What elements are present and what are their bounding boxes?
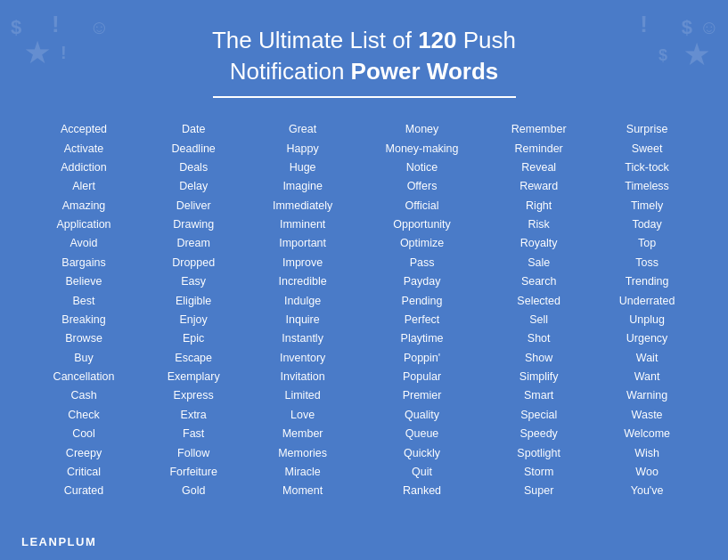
word-item: Payday xyxy=(404,273,441,290)
word-item: Check xyxy=(68,407,99,424)
word-item: Improve xyxy=(282,255,323,272)
word-item: Timely xyxy=(631,198,663,215)
word-item: Activate xyxy=(64,141,103,158)
word-item: Storm xyxy=(524,464,553,481)
word-item: Fast xyxy=(183,426,204,442)
word-column-2: DateDeadlineDealsDelayDeliverDrawingDrea… xyxy=(168,121,220,500)
word-item: Follow xyxy=(177,445,209,462)
word-item: Dropped xyxy=(172,255,215,272)
word-item: Enjoy xyxy=(180,312,208,329)
word-item: Speedy xyxy=(519,426,557,442)
word-item: Toss xyxy=(635,255,658,272)
word-item: Addiction xyxy=(61,159,106,176)
word-item: Money-making xyxy=(386,141,459,158)
word-item: Extra xyxy=(181,407,207,424)
word-item: Money xyxy=(405,121,439,138)
word-item: Happy xyxy=(287,141,319,158)
word-item: Playtime xyxy=(401,330,444,347)
word-item: Avoid xyxy=(70,235,97,252)
word-item: Optimize xyxy=(400,235,444,252)
word-item: Gold xyxy=(182,483,205,499)
word-item: Waste xyxy=(632,407,663,424)
word-item: Trending xyxy=(626,273,669,290)
word-item: Imagine xyxy=(282,178,322,195)
word-column-4: MoneyMoney-makingNoticeOffersOfficialOpp… xyxy=(386,121,459,500)
word-item: Quit xyxy=(412,464,432,481)
word-item: Timeless xyxy=(625,178,669,195)
word-item: Woo xyxy=(635,464,658,481)
word-item: Tick-tock xyxy=(625,159,669,176)
word-item: Royalty xyxy=(520,235,558,252)
word-item: You've xyxy=(631,483,664,499)
word-item: Super xyxy=(524,483,553,499)
word-item: Believe xyxy=(66,273,102,290)
word-item: Application xyxy=(56,216,110,233)
word-item: Surprise xyxy=(626,121,668,138)
word-item: Escape xyxy=(175,350,212,367)
word-item: Spotlight xyxy=(517,445,560,462)
word-item: Search xyxy=(521,273,557,290)
word-item: Memories xyxy=(278,445,327,462)
footer: LEANPLUM xyxy=(21,533,96,549)
word-item: Risk xyxy=(528,216,550,233)
header-divider xyxy=(213,96,516,98)
word-item: Breaking xyxy=(61,312,105,329)
word-item: Cash xyxy=(70,387,96,404)
brand-logo: LEANPLUM xyxy=(21,535,96,548)
word-item: Indulge xyxy=(284,293,321,310)
word-item: Right xyxy=(526,198,552,215)
word-item: Sweet xyxy=(632,141,663,158)
word-item: Underrated xyxy=(619,293,675,310)
word-item: Reminder xyxy=(515,141,563,158)
word-item: Member xyxy=(282,426,323,442)
word-item: Quality xyxy=(405,407,439,424)
page-header: The Ultimate List of 120 PushNotificatio… xyxy=(0,0,728,114)
word-item: Cool xyxy=(72,426,95,442)
word-item: Selected xyxy=(517,293,560,310)
word-item: Cancellation xyxy=(53,369,115,386)
word-item: Reveal xyxy=(521,159,556,176)
word-item: Remember xyxy=(511,121,567,138)
word-item: Popular xyxy=(403,369,441,386)
word-item: Shot xyxy=(528,330,551,347)
word-item: Show xyxy=(525,350,552,367)
word-item: Limited xyxy=(284,387,320,404)
word-item: Unplug xyxy=(629,312,665,329)
word-item: Important xyxy=(279,235,326,252)
word-item: Deadline xyxy=(171,141,215,158)
word-item: Alert xyxy=(72,178,95,195)
word-item: Sale xyxy=(528,255,550,272)
word-item: Wait xyxy=(636,350,658,367)
word-item: Queue xyxy=(405,426,439,442)
word-item: Welcome xyxy=(624,426,670,442)
word-item: Opportunity xyxy=(393,216,451,233)
word-item: Delay xyxy=(179,178,208,195)
word-item: Deliver xyxy=(176,198,211,215)
word-item: Reward xyxy=(519,178,558,195)
word-item: Buy xyxy=(74,350,94,367)
word-item: Offers xyxy=(407,178,438,195)
word-item: Incredible xyxy=(279,273,327,290)
word-item: Forfeiture xyxy=(169,464,217,481)
word-item: Drawing xyxy=(173,216,214,233)
word-item: Want xyxy=(634,369,660,386)
word-item: Premier xyxy=(403,387,442,404)
word-item: Best xyxy=(73,293,95,310)
word-item: Curated xyxy=(64,483,103,499)
word-item: Date xyxy=(182,121,205,138)
word-item: Huge xyxy=(290,159,316,176)
word-item: Inventory xyxy=(280,350,325,367)
word-item: Poppin' xyxy=(404,350,440,367)
word-item: Wish xyxy=(634,445,659,462)
word-item: Bargains xyxy=(61,255,105,272)
word-item: Critical xyxy=(67,464,101,481)
word-item: Simplify xyxy=(519,369,559,386)
word-item: Perfect xyxy=(405,312,440,329)
word-item: Great xyxy=(289,121,316,138)
word-item: Moment xyxy=(282,483,323,499)
word-item: Sell xyxy=(529,312,548,329)
word-item: Creepy xyxy=(66,445,102,462)
word-column-6: SurpriseSweetTick-tockTimelessTimelyToda… xyxy=(619,121,675,500)
word-item: Pending xyxy=(402,293,443,310)
word-columns-container: AcceptedActivateAddictionAlertAmazingApp… xyxy=(0,114,728,509)
